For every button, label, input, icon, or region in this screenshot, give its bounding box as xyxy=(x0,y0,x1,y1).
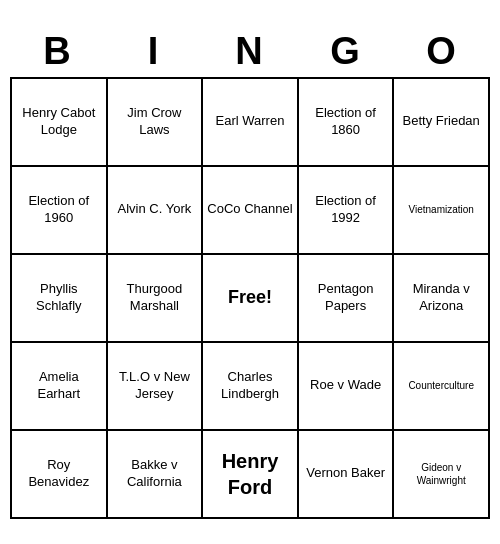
bingo-cell-3: Election of 1860 xyxy=(299,79,395,167)
bingo-cell-23: Vernon Baker xyxy=(299,431,395,519)
bingo-cell-4: Betty Friedan xyxy=(394,79,490,167)
bingo-cell-10: Phyllis Schlafly xyxy=(12,255,108,343)
bingo-cell-19: Counterculture xyxy=(394,343,490,431)
header-i: I xyxy=(106,26,202,77)
bingo-cell-11: Thurgood Marshall xyxy=(108,255,204,343)
bingo-cell-14: Miranda v Arizona xyxy=(394,255,490,343)
header-g: G xyxy=(298,26,394,77)
bingo-cell-17: Charles Lindbergh xyxy=(203,343,299,431)
bingo-cell-5: Election of 1960 xyxy=(12,167,108,255)
bingo-grid: Henry Cabot LodgeJim Crow LawsEarl Warre… xyxy=(10,77,490,519)
bingo-cell-13: Pentagon Papers xyxy=(299,255,395,343)
bingo-cell-9: Vietnamization xyxy=(394,167,490,255)
bingo-cell-2: Earl Warren xyxy=(203,79,299,167)
bingo-cell-15: Amelia Earhart xyxy=(12,343,108,431)
bingo-cell-8: Election of 1992 xyxy=(299,167,395,255)
bingo-cell-22: Henry Ford xyxy=(203,431,299,519)
bingo-cell-18: Roe v Wade xyxy=(299,343,395,431)
bingo-cell-21: Bakke v California xyxy=(108,431,204,519)
bingo-card: B I N G O Henry Cabot LodgeJim Crow Laws… xyxy=(10,26,490,519)
bingo-header: B I N G O xyxy=(10,26,490,77)
bingo-cell-12: Free! xyxy=(203,255,299,343)
bingo-cell-16: T.L.O v New Jersey xyxy=(108,343,204,431)
bingo-cell-6: Alvin C. York xyxy=(108,167,204,255)
bingo-cell-24: Gideon v Wainwright xyxy=(394,431,490,519)
bingo-cell-20: Roy Benavidez xyxy=(12,431,108,519)
header-n: N xyxy=(202,26,298,77)
bingo-cell-0: Henry Cabot Lodge xyxy=(12,79,108,167)
bingo-cell-1: Jim Crow Laws xyxy=(108,79,204,167)
header-o: O xyxy=(394,26,490,77)
bingo-cell-7: CoCo Channel xyxy=(203,167,299,255)
header-b: B xyxy=(10,26,106,77)
